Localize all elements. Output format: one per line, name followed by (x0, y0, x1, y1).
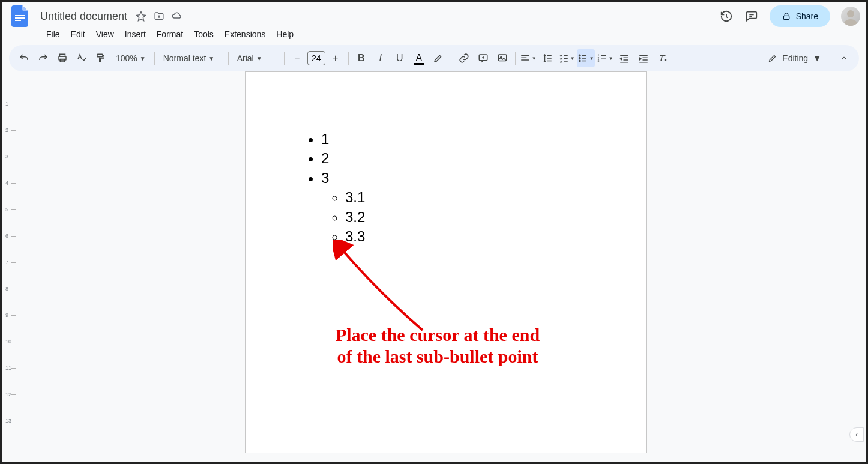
caret-down-icon: ▼ (570, 56, 575, 61)
svg-rect-2 (15, 20, 21, 21)
align-button[interactable]: ▼ (519, 49, 537, 67)
line-spacing-button[interactable] (538, 49, 556, 67)
list-item-text: 3 (321, 170, 329, 186)
font-size-plus[interactable]: + (327, 49, 345, 67)
svg-rect-8 (97, 54, 103, 57)
list-item[interactable]: 2 (321, 149, 589, 168)
clear-formatting-button[interactable] (654, 49, 672, 67)
star-icon[interactable] (136, 11, 146, 22)
font-size-minus[interactable]: − (288, 49, 306, 67)
checklist-button[interactable]: ▼ (558, 49, 576, 67)
style-value: Normal text (163, 53, 206, 63)
undo-button[interactable] (15, 49, 33, 67)
svg-point-14 (579, 60, 580, 61)
share-label: Share (796, 11, 818, 21)
indent-decrease-button[interactable] (615, 49, 633, 67)
menu-insert[interactable]: Insert (120, 27, 151, 41)
svg-point-12 (579, 55, 580, 56)
caret-down-icon: ▼ (589, 56, 594, 61)
list-item[interactable]: 3.2 (345, 208, 589, 227)
caret-down-icon: ▼ (208, 55, 214, 62)
menu-format[interactable]: Format (152, 27, 188, 41)
list-item[interactable]: 3.1 (345, 188, 589, 207)
font-size-control: − + (288, 49, 345, 67)
annotation-line2: of the last sub-bullet point (337, 346, 538, 366)
move-icon[interactable] (154, 11, 164, 22)
history-icon[interactable] (719, 9, 734, 23)
document-title[interactable]: Untitled document (37, 9, 131, 24)
list-item[interactable]: 1 (321, 130, 589, 149)
annotation-text: Place the cursor at the endof the last s… (282, 324, 594, 367)
indent-increase-button[interactable] (634, 49, 653, 67)
link-button[interactable] (455, 49, 473, 67)
svg-point-13 (579, 58, 580, 59)
text-cursor (366, 230, 366, 246)
docs-logo-icon[interactable] (8, 4, 32, 28)
header: Untitled document Share File Edit View I… (2, 2, 866, 45)
numbered-list-button[interactable]: 123▼ (596, 49, 614, 67)
menu-extensions[interactable]: Extensions (220, 27, 270, 41)
menu-bar: File Edit View Insert Format Tools Exten… (8, 27, 860, 45)
underline-button[interactable]: U (391, 49, 409, 67)
page[interactable]: 1 2 3 3.1 3.2 3.3 Place the cursor at (245, 71, 647, 453)
main-area: 123456789101112131415 1 2 3 3.1 3.2 3.3 (26, 71, 866, 453)
svg-rect-0 (15, 15, 25, 16)
paint-format-button[interactable] (92, 49, 110, 67)
svg-rect-3 (783, 16, 789, 19)
svg-point-4 (847, 10, 854, 17)
style-select[interactable]: Normal text▼ (158, 49, 225, 67)
annotation-line1: Place the cursor at the end (336, 325, 540, 345)
list-item[interactable]: 3 3.1 3.2 3.3 (321, 169, 589, 247)
collapse-toolbar-button[interactable] (835, 49, 853, 67)
share-button[interactable]: Share (770, 5, 830, 27)
bold-button[interactable]: B (352, 49, 370, 67)
font-size-input[interactable] (307, 51, 325, 65)
avatar[interactable] (841, 7, 860, 26)
workspace: 12345678910111213 123456789101112131415 … (2, 71, 866, 453)
italic-button[interactable]: I (372, 49, 390, 67)
zoom-select[interactable]: 100%▼ (111, 49, 151, 67)
menu-help[interactable]: Help (271, 27, 298, 41)
cloud-icon[interactable] (172, 11, 182, 22)
image-button[interactable] (493, 49, 511, 67)
menu-file[interactable]: File (41, 27, 65, 41)
zoom-value: 100% (116, 53, 137, 63)
redo-button[interactable] (34, 49, 52, 67)
vertical-ruler[interactable]: 12345678910111213 (2, 71, 26, 453)
print-button[interactable] (53, 49, 71, 67)
bulleted-list-button[interactable]: ▼ (577, 49, 595, 67)
lock-icon (782, 11, 791, 21)
spellcheck-button[interactable] (73, 49, 91, 67)
menu-view[interactable]: View (91, 27, 119, 41)
add-comment-button[interactable] (474, 49, 492, 67)
font-select[interactable]: Arial▼ (232, 49, 280, 67)
mode-select[interactable]: Editing ▼ (762, 53, 827, 63)
text-color-button[interactable]: A (410, 49, 428, 67)
caret-down-icon: ▼ (256, 55, 262, 62)
toolbar: 100%▼ Normal text▼ Arial▼ − + B I U A ▼ … (9, 45, 859, 71)
header-right: Share (719, 5, 860, 27)
highlight-button[interactable] (429, 49, 447, 67)
list-item[interactable]: 3.3 (345, 227, 589, 246)
side-panel-toggle[interactable]: ‹ (849, 427, 864, 442)
annotation-arrow (333, 240, 435, 336)
comment-icon[interactable] (744, 9, 759, 23)
menu-edit[interactable]: Edit (66, 27, 90, 41)
title-icons (136, 11, 182, 22)
page-content[interactable]: 1 2 3 3.1 3.2 3.3 (303, 130, 589, 246)
caret-down-icon: ▼ (140, 55, 146, 62)
svg-rect-1 (15, 17, 25, 19)
font-value: Arial (237, 53, 254, 63)
pencil-icon (768, 53, 777, 63)
title-row: Untitled document Share (8, 5, 860, 27)
caret-down-icon: ▼ (813, 53, 821, 63)
svg-text:3: 3 (597, 59, 599, 62)
list-item-text: 3.3 (345, 228, 365, 244)
caret-down-icon: ▼ (609, 56, 613, 61)
caret-down-icon: ▼ (532, 56, 537, 61)
mode-label: Editing (782, 53, 808, 63)
menu-tools[interactable]: Tools (189, 27, 219, 41)
